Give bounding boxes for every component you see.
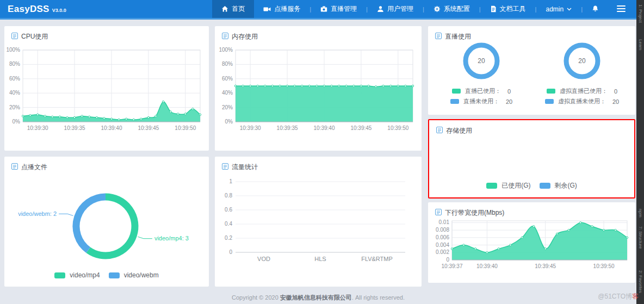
watermark-text: @51CTO博: [598, 293, 632, 300]
vod-files-panel: 点播文件 video/mp4: 3video/webm: 2 video/mp4…: [4, 157, 209, 287]
cpu-usage-chart: 100%80%60%40%20%0%10:39:3010:39:3510:39:…: [7, 45, 206, 144]
svg-text:10:39:45: 10:39:45: [535, 263, 556, 269]
nav-item-live-management[interactable]: 直播管理: [311, 0, 366, 18]
live-usage-group: 20 直播已使用： 0 直播未使用： 20: [436, 40, 527, 106]
svg-text:0: 0: [229, 249, 232, 255]
svg-text:0.8: 0.8: [225, 193, 232, 198]
panel-title: 直播使用: [428, 26, 635, 41]
panel-title: 内存使用: [215, 26, 422, 41]
svg-text:10:39:35: 10:39:35: [277, 125, 298, 131]
svg-text:40%: 40%: [222, 90, 233, 96]
legend-swatch-green: [547, 89, 555, 94]
svg-text:0%: 0%: [13, 119, 21, 125]
legend-label: 已使用(G): [501, 181, 530, 190]
nav-item-label: 系统配置: [444, 4, 470, 14]
panel-title: CPU使用: [4, 26, 209, 41]
svg-text:20: 20: [478, 57, 485, 65]
gear-icon: [434, 5, 441, 13]
svg-text:10:39:50: 10:39:50: [387, 125, 408, 131]
svg-text:0.01: 0.01: [439, 219, 450, 225]
hamburger-menu-button[interactable]: [608, 0, 634, 18]
legend-label: video/webm: [124, 271, 159, 279]
panel-title: 存储使用: [429, 120, 634, 135]
svg-text:10:39:50: 10:39:50: [175, 125, 196, 131]
vod-files-legend: video/mp4 video/webm: [4, 271, 209, 279]
nav-item-vod-service[interactable]: 点播服务: [254, 0, 309, 18]
legend-swatch-blue: [545, 99, 554, 104]
virtual-live-usage-group: 20 虚拟直播已使用： 0 虚拟直播未使用： 20: [536, 40, 628, 106]
copyright-suffix: . All rights reserved.: [352, 294, 405, 301]
svg-text:0.004: 0.004: [436, 242, 449, 248]
legend-item[interactable]: 直播已使用： 0: [452, 87, 511, 95]
svg-text:100%: 100%: [219, 47, 233, 53]
legend-item[interactable]: 虚拟直播未使用： 20: [545, 97, 619, 106]
svg-text:60%: 60%: [222, 76, 233, 82]
legend-item[interactable]: 直播未使用： 20: [450, 97, 512, 106]
list-icon: [11, 163, 18, 171]
svg-text:10:39:45: 10:39:45: [350, 125, 371, 131]
legend-value: 20: [506, 98, 512, 105]
svg-text:0.006: 0.006: [436, 234, 449, 240]
brand-logo[interactable]: EasyDSS V3.0.0: [8, 4, 66, 15]
company-name: 安徽旭帆信息科技有限公司: [280, 294, 352, 301]
nav-item-label: 用户管理: [387, 4, 413, 14]
toolwindow-button-structure[interactable]: 7: Structure: [638, 226, 643, 249]
legend-swatch-blue: [109, 272, 120, 278]
toolwindow-button-favorites[interactable]: 2: Favorites: [638, 270, 643, 293]
legend-item[interactable]: 已使用(G): [486, 181, 530, 190]
vod-files-donut-chart: video/mp4: 3video/webm: 2: [12, 174, 201, 275]
legend-item[interactable]: 剩余(G): [540, 181, 577, 190]
virtual-live-usage-donut: 20: [561, 40, 603, 84]
chevron-down-icon: [567, 8, 572, 11]
svg-text:0.002: 0.002: [436, 249, 449, 255]
svg-text:0.2: 0.2: [225, 235, 232, 241]
list-icon: [435, 33, 442, 41]
svg-text:1: 1: [229, 178, 232, 184]
toolwindow-button-npm[interactable]: npm: [638, 209, 643, 218]
notifications-bell-button[interactable]: [583, 0, 608, 18]
nav-item-label: 直播管理: [331, 4, 357, 14]
list-icon: [222, 33, 228, 41]
svg-text:10:39:37: 10:39:37: [442, 263, 463, 269]
list-icon: [436, 127, 443, 135]
svg-text:10:39:45: 10:39:45: [138, 125, 159, 131]
svg-text:10:39:30: 10:39:30: [240, 125, 261, 131]
svg-text:0.6: 0.6: [225, 207, 232, 213]
nav-menu: 首页 点播服务 | 直播管理 | 用户管理 | 系统配置 |: [212, 0, 634, 18]
svg-text:0.4: 0.4: [225, 221, 232, 227]
51cto-watermark: @51CTO博客: [598, 292, 639, 301]
nav-item-doc-tools[interactable]: 文档工具: [481, 0, 535, 18]
traffic-stats-chart: 10.80.60.40.20VODHLSFLV&RTMP: [220, 174, 414, 275]
panel-title: 下行带宽使用(Mbps): [428, 202, 635, 218]
legend-item[interactable]: video/mp4: [54, 271, 100, 279]
toolwindow-button-project[interactable]: 1: Project: [638, 4, 643, 23]
svg-text:video/webm: 2: video/webm: 2: [18, 210, 57, 217]
legend-item[interactable]: 虚拟直播已使用： 0: [547, 87, 617, 95]
user-menu-label: admin: [546, 5, 564, 13]
memory-usage-panel: 内存使用 100%80%60%40%20%0%10:39:3010:39:351…: [215, 26, 422, 151]
virtual-live-usage-legend: 虚拟直播已使用： 0 虚拟直播未使用： 20: [536, 87, 628, 106]
toolwindow-button-learn[interactable]: Learn: [638, 39, 643, 50]
legend-swatch-green: [486, 183, 497, 189]
svg-text:VOD: VOD: [257, 256, 270, 262]
nav-item-home[interactable]: 首页: [212, 0, 254, 18]
legend-item[interactable]: video/webm: [109, 271, 159, 279]
svg-text:10:39:50: 10:39:50: [593, 263, 615, 269]
dashboard-page: EasyDSS V3.0.0 首页 点播服务 | 直播管理 | 用户管理 |: [0, 0, 644, 304]
svg-text:10:39:40: 10:39:40: [314, 125, 335, 131]
ide-toolwindow-strip: 1: Project Learn npm 7: Structure 2: Fav…: [636, 0, 644, 304]
nav-item-user-management[interactable]: 用户管理: [368, 0, 423, 18]
svg-text:20%: 20%: [222, 104, 233, 110]
legend-value: 20: [612, 98, 619, 105]
live-usage-panel: 直播使用 20 直播已使用： 0 直播未使用： 20 20: [428, 26, 635, 115]
user-menu-admin[interactable]: admin: [536, 0, 581, 18]
legend-label: 直播已使用：: [465, 87, 501, 95]
live-usage-donut: 20: [461, 40, 502, 84]
svg-text:20: 20: [578, 57, 586, 65]
downlink-bandwidth-chart: 0.010.0080.0060.0040.002010:39:3710:39:4…: [430, 216, 633, 277]
panel-title-text: CPU使用: [21, 32, 48, 41]
bell-icon: [591, 4, 599, 14]
legend-value: 0: [507, 88, 511, 95]
nav-item-system-config[interactable]: 系统配置: [424, 0, 479, 18]
brand-name: EasyDSS: [8, 4, 49, 15]
